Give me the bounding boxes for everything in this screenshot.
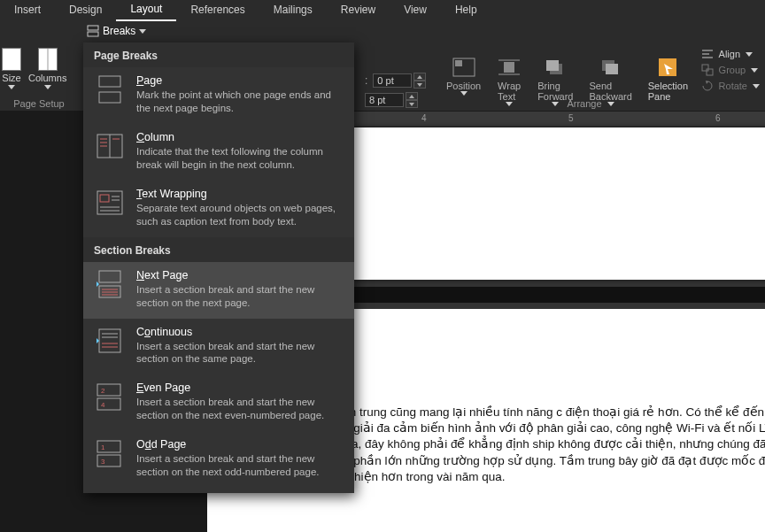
page-break-icon	[94, 74, 126, 104]
group-label: Group	[719, 65, 746, 75]
ruler-mark: 5	[568, 113, 574, 123]
svg-rect-1	[88, 32, 98, 36]
group-button[interactable]: Group	[701, 64, 760, 76]
breaks-button[interactable]: Breaks	[81, 23, 151, 39]
chevron-down-icon	[8, 85, 15, 89]
page-1[interactable]	[352, 127, 765, 280]
section-break-even-page[interactable]: 24 Even Page Insert a section break and …	[83, 374, 354, 431]
tab-design[interactable]: Design	[55, 0, 116, 20]
ribbon-tabs: Insert Design Layout References Mailings…	[0, 0, 765, 21]
spacing-before-input[interactable]	[373, 73, 412, 88]
svg-text:3: 3	[101, 458, 105, 466]
svg-rect-15	[702, 65, 708, 71]
svg-text:1: 1	[101, 443, 105, 451]
chevron-down-icon	[753, 84, 760, 89]
spin-up-button[interactable]	[413, 73, 426, 81]
tab-references[interactable]: References	[176, 0, 259, 20]
svg-rect-16	[707, 69, 713, 75]
svg-rect-0	[88, 26, 98, 30]
break-page-desc: Mark the point at which one page ends an…	[136, 89, 344, 115]
break-page[interactable]: Page Mark the point at which one page en…	[83, 67, 354, 124]
section-odd-page-title: Odd Page	[136, 438, 344, 451]
section-continuous-desc: Insert a section break and start the new…	[136, 340, 344, 366]
section-breaks-header: Section Breaks	[83, 237, 354, 262]
spin-down-button[interactable]	[406, 100, 418, 108]
size-label: Size	[2, 73, 20, 83]
break-page-title: Page	[136, 74, 344, 87]
section-even-page-desc: Insert a section break and start the new…	[136, 396, 344, 422]
document-area[interactable]: năng, những con chip tầm trung cũng mang…	[352, 127, 765, 532]
break-column-desc: Indicate that the text following the col…	[136, 145, 344, 172]
selection-pane-button[interactable]: Selection Pane	[648, 57, 688, 102]
section-odd-page-desc: Insert a section break and start the new…	[136, 452, 344, 479]
break-column[interactable]: Column Indicate that the text following …	[83, 124, 354, 181]
breaks-label: Breaks	[103, 25, 135, 37]
svg-rect-36	[99, 329, 120, 352]
even-page-icon: 24	[94, 382, 126, 412]
align-label: Align	[719, 49, 740, 59]
tab-review[interactable]: Review	[327, 0, 390, 20]
tab-layout[interactable]: Layout	[116, 0, 176, 21]
position-label: Position	[446, 81, 481, 91]
section-break-odd-page[interactable]: 13 Odd Page Insert a section break and s…	[83, 431, 354, 488]
arrange-group-label: Arrange	[496, 98, 673, 109]
svg-rect-31	[99, 271, 120, 282]
spin-up-button[interactable]	[406, 92, 418, 100]
position-icon	[452, 57, 476, 78]
rotate-icon	[701, 80, 714, 92]
svg-rect-26	[100, 195, 109, 202]
continuous-icon	[94, 326, 126, 356]
align-button[interactable]: Align	[701, 48, 760, 60]
page-breaks-header: Page Breaks	[83, 42, 354, 67]
break-text-wrapping[interactable]: Text Wrapping Separate text around objec…	[83, 181, 354, 237]
break-text-wrapping-title: Text Wrapping	[136, 188, 344, 200]
size-button[interactable]: Size	[2, 48, 21, 89]
spacing-after-input[interactable]	[365, 93, 404, 107]
section-next-page-desc: Insert a section break and start the new…	[136, 283, 344, 310]
section-continuous-title: Continuous	[136, 326, 344, 338]
rotate-button[interactable]: Rotate	[701, 80, 760, 92]
column-break-icon	[94, 131, 126, 161]
breaks-icon	[87, 25, 99, 37]
position-button[interactable]: Position	[446, 57, 481, 96]
tab-insert[interactable]: Insert	[0, 0, 55, 20]
align-icon	[701, 48, 714, 60]
tab-help[interactable]: Help	[441, 0, 491, 20]
odd-page-icon: 13	[94, 438, 126, 468]
rotate-label: Rotate	[719, 81, 747, 91]
selection-pane-icon	[655, 57, 680, 78]
svg-rect-10	[606, 64, 618, 74]
page-setup-group-label: Page Setup	[4, 98, 74, 109]
columns-label: Columns	[28, 73, 66, 83]
svg-rect-18	[99, 92, 120, 103]
svg-rect-17	[99, 76, 120, 87]
tab-mailings[interactable]: Mailings	[259, 0, 327, 20]
send-backward-icon	[599, 57, 623, 78]
page-size-icon	[2, 48, 21, 71]
horizontal-ruler[interactable]: 4 5 6	[352, 112, 765, 127]
svg-rect-3	[455, 60, 462, 66]
svg-text:2: 2	[101, 387, 105, 395]
spin-down-button[interactable]	[413, 81, 426, 89]
section-even-page-title: Even Page	[136, 382, 344, 394]
chevron-down-icon	[139, 29, 146, 34]
chevron-down-icon	[746, 52, 753, 57]
tab-view[interactable]: View	[390, 0, 441, 20]
svg-rect-4	[504, 62, 514, 73]
chevron-down-icon	[44, 85, 51, 89]
bring-forward-icon	[543, 57, 568, 78]
columns-icon	[38, 48, 58, 71]
next-page-icon	[94, 269, 126, 299]
ruler-mark: 4	[421, 113, 427, 123]
chevron-down-icon	[460, 91, 468, 96]
break-text-wrapping-desc: Separate text around objects on web page…	[136, 202, 344, 228]
break-column-title: Column	[136, 131, 344, 143]
svg-rect-8	[546, 60, 559, 71]
section-next-page-title: Next Page	[136, 269, 344, 281]
svg-text:4: 4	[101, 401, 105, 409]
section-break-next-page[interactable]: Next Page Insert a section break and sta…	[83, 262, 354, 319]
wrap-text-icon	[497, 57, 522, 78]
chevron-down-icon	[751, 68, 758, 73]
columns-button[interactable]: Columns	[28, 48, 66, 89]
section-break-continuous[interactable]: Continuous Insert a section break and st…	[83, 319, 354, 375]
